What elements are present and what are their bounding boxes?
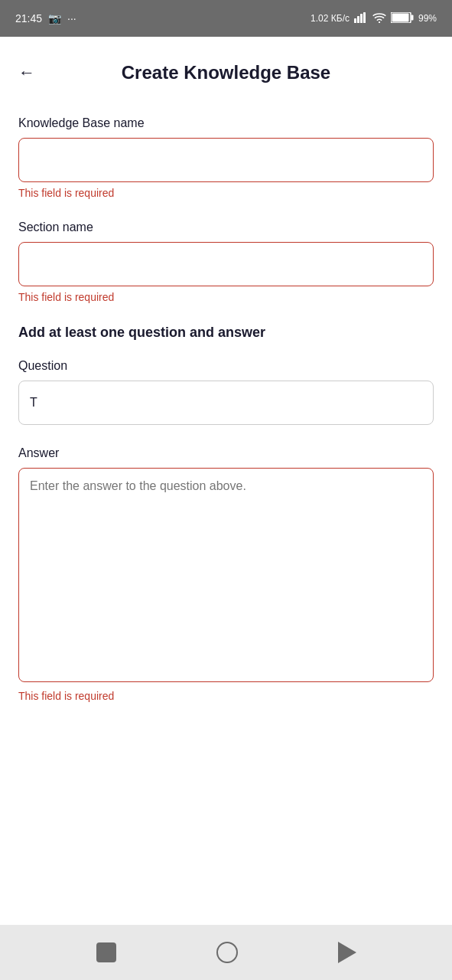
svg-rect-1 bbox=[357, 16, 359, 23]
svg-rect-0 bbox=[354, 18, 356, 23]
back-button[interactable]: ← bbox=[18, 60, 41, 86]
knowledge-base-name-input[interactable] bbox=[18, 138, 434, 182]
section-name-input[interactable] bbox=[18, 242, 434, 286]
question-label: Question bbox=[18, 359, 434, 373]
answer-section: Answer This field is required bbox=[18, 446, 434, 702]
square-icon bbox=[96, 942, 116, 962]
signal-icon bbox=[354, 12, 368, 25]
section-name-section: Section name This field is required bbox=[18, 220, 434, 303]
status-bar-right: 1.02 КБ/с 99% bbox=[311, 12, 437, 25]
knowledge-base-name-error: This field is required bbox=[18, 187, 434, 199]
svg-point-4 bbox=[379, 21, 380, 22]
back-arrow-icon: ← bbox=[18, 63, 35, 83]
page-title: Create Knowledge Base bbox=[41, 62, 434, 83]
nav-home-button[interactable] bbox=[90, 936, 122, 969]
knowledge-base-name-label: Knowledge Base name bbox=[18, 116, 434, 130]
battery-icon bbox=[391, 12, 414, 25]
time-display: 21:45 bbox=[15, 12, 42, 24]
svg-rect-2 bbox=[360, 14, 363, 23]
data-speed: 1.02 КБ/с bbox=[311, 13, 350, 24]
status-bar: 21:45 📷 ··· 1.02 КБ/с bbox=[0, 0, 452, 37]
qa-section-heading: Add at least one question and answer bbox=[18, 325, 434, 341]
dots-icon: ··· bbox=[67, 12, 76, 24]
knowledge-base-name-section: Knowledge Base name This field is requir… bbox=[18, 116, 434, 199]
section-name-label: Section name bbox=[18, 220, 434, 234]
battery-percentage: 99% bbox=[418, 13, 437, 24]
status-bar-left: 21:45 📷 ··· bbox=[15, 12, 76, 24]
main-content: ← Create Knowledge Base Knowledge Base n… bbox=[0, 37, 452, 925]
question-input[interactable] bbox=[18, 381, 434, 425]
answer-textarea[interactable] bbox=[18, 468, 434, 682]
section-name-error: This field is required bbox=[18, 291, 434, 303]
page-header: ← Create Knowledge Base bbox=[18, 60, 434, 86]
nav-recent-button[interactable] bbox=[332, 936, 363, 969]
svg-rect-7 bbox=[392, 13, 408, 21]
nav-back-button[interactable] bbox=[210, 936, 244, 969]
svg-rect-6 bbox=[411, 15, 413, 20]
wifi-icon bbox=[372, 12, 386, 25]
answer-error: This field is required bbox=[18, 690, 434, 702]
svg-rect-3 bbox=[363, 12, 366, 23]
triangle-icon bbox=[338, 942, 356, 963]
camera-icon: 📷 bbox=[48, 12, 61, 24]
answer-label: Answer bbox=[18, 446, 434, 460]
question-section: Question bbox=[18, 359, 434, 425]
nav-bar bbox=[0, 925, 452, 980]
circle-icon bbox=[216, 942, 238, 963]
